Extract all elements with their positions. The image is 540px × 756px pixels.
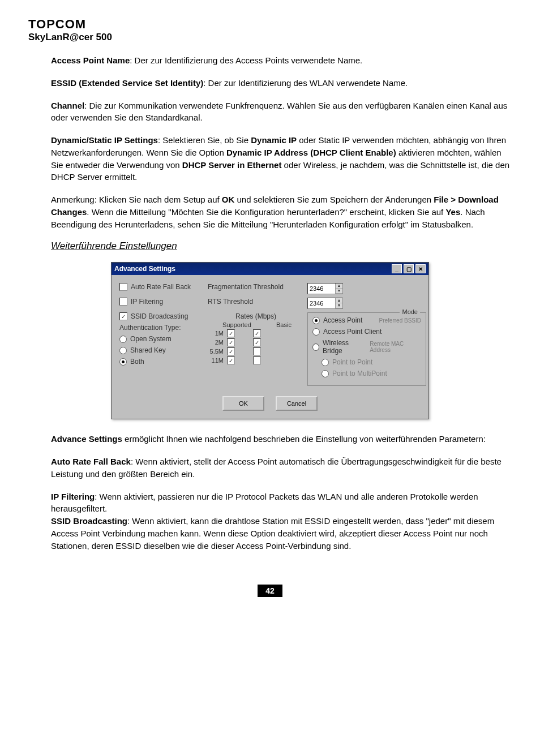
- rates-block: Rates (Mbps) Supported Basic 1M ✓ ✓ 2M ✓: [208, 312, 304, 386]
- label: SSID Broadcasting: [131, 312, 188, 320]
- ssid-broadcasting-checkbox[interactable]: ✓ SSID Broadcasting: [119, 312, 204, 320]
- lead: ESSID (Extended Service Set Identity): [51, 78, 203, 88]
- basic-check[interactable]: [253, 356, 261, 364]
- basic-check[interactable]: ✓: [253, 338, 261, 346]
- para-essid: ESSID (Extended Service Set Identity): D…: [28, 77, 512, 89]
- close-icon[interactable]: ✕: [415, 264, 426, 273]
- basic-col: Basic: [276, 321, 292, 328]
- rest: : Die zur Kommunikation verwendete Funkf…: [51, 101, 507, 123]
- screenshot-wrap: Advanced Settings _ ▢ ✕ Auto Rate Fall B…: [28, 262, 512, 419]
- label: Point to Point: [332, 358, 372, 366]
- cancel-button[interactable]: Cancel: [276, 396, 318, 411]
- shared-key-radio[interactable]: Shared Key: [119, 346, 204, 354]
- checkbox-icon: [119, 283, 127, 291]
- mode-wireless-bridge[interactable]: Wireless Bridge Remote MAC Address: [312, 339, 421, 355]
- label: Shared Key: [130, 346, 166, 354]
- frag-threshold-field: ▲▼: [307, 283, 426, 294]
- radio-icon: [312, 328, 320, 336]
- rate-label: 5.5M: [208, 348, 224, 355]
- b: DHCP Server in Ethernet: [182, 160, 282, 170]
- window-titlebar: Advanced Settings _ ▢ ✕: [112, 263, 428, 275]
- rate-label: 1M: [208, 330, 224, 337]
- label: Auto Rate Fall Back: [131, 283, 191, 291]
- ip-filtering-checkbox[interactable]: IP Filtering: [119, 298, 204, 306]
- settings-panel: Auto Rate Fall Back Fragmentation Thresh…: [112, 275, 428, 392]
- advanced-settings-window: Advanced Settings _ ▢ ✕ Auto Rate Fall B…: [111, 262, 429, 419]
- header: TOPCOM SkyLanR@cer 500: [28, 17, 512, 43]
- supported-check[interactable]: ✓: [227, 347, 235, 355]
- para-auto-rate: Auto Rate Fall Back: Wenn aktiviert, ste…: [28, 456, 512, 480]
- mode-pmp: Point to MultiPoint: [322, 370, 421, 377]
- radio-icon: [322, 370, 329, 377]
- radio-icon: [119, 347, 127, 354]
- supported-check[interactable]: ✓: [227, 356, 235, 364]
- dialog-buttons: OK Cancel: [112, 392, 428, 419]
- open-system-radio[interactable]: Open System: [119, 335, 204, 343]
- page: TOPCOM SkyLanR@cer 500 Access Point Name…: [0, 0, 540, 618]
- label: IP Filtering: [131, 298, 163, 306]
- label: Point to MultiPoint: [332, 370, 387, 377]
- titlebar-buttons: _ ▢ ✕: [392, 264, 426, 273]
- b: Yes: [445, 207, 460, 217]
- lead: Dynamic/Static IP Settings: [51, 135, 158, 145]
- supported-check[interactable]: ✓: [227, 338, 235, 346]
- rts-threshold-label: RTS Threshold: [208, 298, 304, 309]
- para-ap-name: Access Point Name: Der zur Identifizieru…: [28, 54, 512, 67]
- mode-p2p: Point to Point: [322, 358, 421, 366]
- rate-label: 11M: [208, 357, 224, 364]
- remote-mac-label: Remote MAC Address: [370, 341, 421, 353]
- para-ip-ssid: IP Filtering: Wenn aktiviert, passieren …: [28, 491, 512, 552]
- auto-rate-checkbox[interactable]: Auto Rate Fall Back: [119, 283, 204, 291]
- pref-bssid-label: Preferred BSSID: [379, 317, 421, 324]
- auth-type-label: Authentication Type:: [119, 324, 204, 332]
- b: Dynamic IP Address (DHCP Client Enable): [226, 148, 396, 157]
- radio-icon: [312, 343, 319, 351]
- para-note: Anmerkung: Klicken Sie nach dem Setup au…: [28, 194, 512, 230]
- lead: Channel: [51, 101, 84, 110]
- radio-icon: [119, 358, 127, 366]
- minimize-icon[interactable]: _: [392, 264, 402, 273]
- para-channel: Channel: Die zur Kommunikation verwendet…: [28, 100, 512, 124]
- frag-threshold-input[interactable]: ▲▼: [307, 283, 343, 294]
- rate-1m: 1M ✓ ✓: [208, 329, 304, 337]
- t: . Wenn die Mitteilung "Möchten Sie die K…: [87, 207, 445, 217]
- mode-ap-client[interactable]: Access Point Client: [312, 328, 421, 336]
- lead: Advance Settings: [51, 434, 122, 444]
- lead: Auto Rate Fall Back: [51, 457, 131, 466]
- rts-value[interactable]: [308, 299, 335, 307]
- basic-check[interactable]: ✓: [253, 329, 261, 337]
- frag-value[interactable]: [308, 285, 335, 293]
- rest: : Der zur Identifizierung des WLAN verwe…: [203, 78, 408, 88]
- window-title: Advanced Settings: [114, 265, 175, 273]
- left-block: ✓ SSID Broadcasting Authentication Type:…: [119, 312, 204, 386]
- rts-threshold-input[interactable]: ▲▼: [307, 298, 343, 309]
- rate-5m: 5.5M ✓: [208, 347, 304, 355]
- rts-threshold-field: ▲▼: [307, 298, 426, 309]
- label: Both: [130, 358, 144, 366]
- para-dynamic-ip: Dynamic/Static IP Settings: Selektieren …: [28, 134, 512, 183]
- product-name: SkyLanR@cer 500: [28, 32, 512, 43]
- ok-button[interactable]: OK: [222, 396, 264, 411]
- frag-threshold-label: Fragmentation Threshold: [208, 283, 304, 294]
- label: Access Point Client: [323, 328, 382, 336]
- brand-text: TOPCOM: [28, 17, 512, 32]
- rate-11m: 11M ✓: [208, 356, 304, 364]
- page-number-badge: 42: [258, 585, 282, 597]
- t: : Wenn aktiviert, passieren nur die IP P…: [51, 492, 478, 514]
- both-radio[interactable]: Both: [119, 358, 204, 366]
- mode-access-point[interactable]: Access Point Preferred BSSID: [312, 316, 421, 324]
- mode-group: Mode Access Point Preferred BSSID Access…: [307, 312, 426, 386]
- basic-check[interactable]: [253, 347, 261, 355]
- rest: ermöglicht Ihnen wie nachfolgend beschri…: [122, 434, 486, 444]
- t: und selektieren Sie zum Speichern der Än…: [234, 195, 434, 204]
- maximize-icon[interactable]: ▢: [404, 264, 414, 273]
- supported-check[interactable]: ✓: [227, 329, 235, 337]
- supported-col: Supported: [222, 321, 251, 328]
- radio-icon: [312, 317, 320, 324]
- radio-icon: [322, 359, 329, 366]
- section-title: Weiterführende Einstellungen: [28, 240, 512, 252]
- mode-legend: Mode: [400, 308, 420, 315]
- checkbox-icon: ✓: [119, 312, 127, 320]
- rate-label: 2M: [208, 339, 224, 346]
- page-number: 42: [28, 586, 512, 595]
